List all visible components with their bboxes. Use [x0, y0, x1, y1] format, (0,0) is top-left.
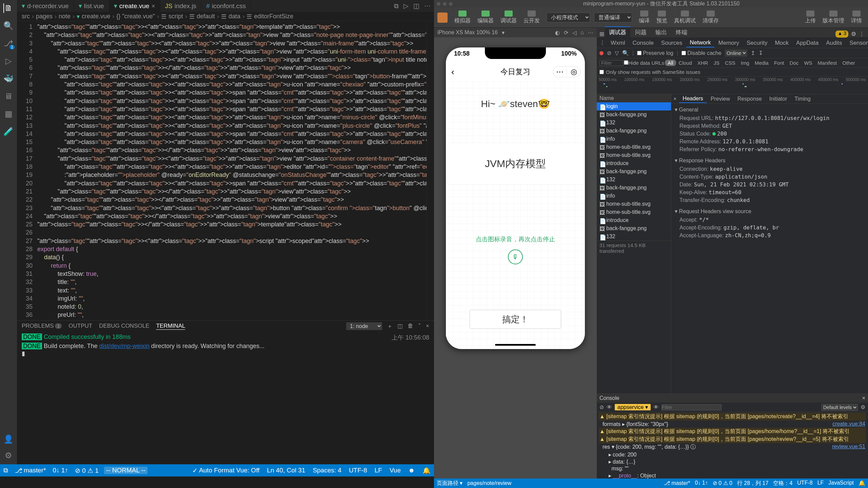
- code-editor[interactable]: 1234567891011121314151617181920212223242…: [17, 21, 434, 320]
- mic-icon[interactable]: 🎙: [508, 249, 523, 264]
- bell-icon[interactable]: 🔔: [421, 467, 432, 474]
- request-row[interactable]: 📄132: [597, 232, 671, 241]
- dt-tab-memory[interactable]: Memory: [715, 39, 743, 47]
- filter-input[interactable]: [599, 60, 623, 66]
- sim-home-icon[interactable]: ⌂: [580, 29, 584, 36]
- type-media[interactable]: Media: [752, 60, 771, 66]
- dt-tab-output[interactable]: 输出: [651, 27, 671, 38]
- record-icon[interactable]: [599, 51, 604, 55]
- tab-index-js[interactable]: JSindex.js: [160, 0, 202, 12]
- wx-encoding[interactable]: UTF-8: [797, 480, 812, 487]
- console-filter[interactable]: [662, 404, 722, 410]
- throttle-select[interactable]: Online: [725, 49, 747, 57]
- trash-icon[interactable]: 🗑: [408, 323, 413, 329]
- tab-list[interactable]: ▾list.vue: [74, 0, 109, 12]
- extensions-icon[interactable]: ▦: [4, 109, 13, 119]
- dt-tab-security[interactable]: Security: [743, 39, 771, 47]
- sim-more-icon[interactable]: ⋯: [588, 29, 593, 36]
- close-icon[interactable]: ×: [151, 2, 155, 10]
- console-body[interactable]: ▲ [sitemap 索引情况提示] 根据 sitemap 的规则[0]，当前页…: [597, 412, 868, 479]
- request-row[interactable]: 🖼back-fangge.png: [597, 167, 671, 176]
- type-xhr[interactable]: XHR: [695, 60, 711, 66]
- type-css[interactable]: CSS: [722, 60, 738, 66]
- compile-select[interactable]: 普通编译: [594, 13, 632, 22]
- type-font[interactable]: Font: [771, 60, 787, 66]
- request-row[interactable]: 🖼home-sub-title.svg: [597, 200, 671, 208]
- request-detail[interactable]: ×HeadersPreviewResponseInitiatorTiming ▾…: [671, 94, 868, 393]
- remote-icon[interactable]: 🖥: [4, 92, 13, 101]
- detail-tab-initiator[interactable]: Initiator: [766, 95, 790, 103]
- compare-icon[interactable]: ⧉: [394, 2, 399, 10]
- panel-tab-problems[interactable]: PROBLEMS1: [22, 323, 62, 329]
- mode-select[interactable]: 小程序模式: [547, 13, 590, 22]
- request-row[interactable]: 🖼back-fangge.png: [597, 224, 671, 232]
- dt-tab-audits[interactable]: Audits: [823, 39, 845, 47]
- request-row[interactable]: 📄info: [597, 135, 671, 143]
- console-context[interactable]: appservice ▾: [615, 404, 651, 410]
- detail-tab-timing[interactable]: Timing: [791, 95, 814, 103]
- git-sync[interactable]: 0↓ 1↑: [51, 467, 69, 474]
- request-row[interactable]: 📄132: [597, 176, 671, 184]
- request-list[interactable]: Name 📄login🖼back-fangge.png📄132🖼back-fan…: [597, 94, 671, 393]
- problems-status[interactable]: ⊘ 0 ⚠ 1: [74, 467, 100, 474]
- run-icon[interactable]: ▷: [403, 2, 409, 10]
- dt-tab-sources[interactable]: Sources: [658, 39, 686, 47]
- type-ws[interactable]: WS: [801, 60, 815, 66]
- tb-remote[interactable]: 真机调试: [671, 10, 698, 25]
- type-img[interactable]: Img: [738, 60, 752, 66]
- terminal-body[interactable]: DONE Compiled successfully in 188ms上午 10…: [17, 331, 434, 464]
- console-clear-icon[interactable]: ⊘: [599, 404, 604, 410]
- tb-cloud[interactable]: 云开发: [521, 10, 542, 25]
- traffic-lights[interactable]: [437, 2, 453, 6]
- dt-tab-terminal[interactable]: 终端: [672, 27, 691, 38]
- request-row[interactable]: 📄info: [597, 192, 671, 200]
- download-icon[interactable]: ↧: [758, 50, 763, 56]
- close-panel-icon[interactable]: ×: [426, 323, 429, 329]
- device-label[interactable]: iPhone XS Max 100% 16: [437, 29, 498, 36]
- feedback-icon[interactable]: ☻: [407, 467, 416, 474]
- minimap[interactable]: [427, 21, 434, 320]
- section-request-headers[interactable]: ▾ Request Headers view source: [675, 207, 865, 216]
- type-all[interactable]: All: [665, 60, 676, 66]
- done-button[interactable]: 搞定！: [470, 310, 561, 329]
- clear-icon[interactable]: ⊘: [607, 50, 611, 56]
- avatar[interactable]: [437, 13, 448, 23]
- dt-more-icon[interactable]: ⋮: [859, 30, 865, 38]
- dt-tab-network[interactable]: Network: [686, 39, 714, 47]
- breadcrumb[interactable]: src› pages› note› ▾create.vue› {} "creat…: [17, 12, 434, 21]
- request-row[interactable]: 🖼back-fangge.png: [597, 127, 671, 135]
- dt-tab-console[interactable]: Console: [629, 39, 657, 47]
- sim-back-icon[interactable]: ◁: [572, 29, 576, 36]
- cursor-pos[interactable]: Ln 40, Col 31: [265, 467, 307, 474]
- search-icon[interactable]: 🔍: [4, 21, 13, 30]
- git-branch[interactable]: ⎇ master*: [14, 467, 47, 474]
- tab-iconfont-css[interactable]: #iconfont.css: [201, 0, 251, 12]
- request-row[interactable]: 🖼back-fangge.png: [597, 110, 671, 119]
- panel-tab-terminal[interactable]: TERMINAL: [156, 323, 185, 330]
- explorer-icon[interactable]: 🗎: [3, 3, 13, 13]
- type-manifest[interactable]: Manifest: [815, 60, 840, 66]
- dt-tab-wxml[interactable]: Wxml: [607, 39, 628, 47]
- wx-cursor-pos[interactable]: 行 28，列 17: [737, 480, 768, 487]
- nav-back-icon[interactable]: ‹: [451, 67, 454, 77]
- page-path-label[interactable]: 页面路径 ▾: [437, 480, 462, 487]
- tb-clear[interactable]: 清缓存: [700, 10, 722, 25]
- debug-icon[interactable]: ▷: [4, 56, 13, 66]
- more-icon[interactable]: ⋯: [424, 2, 431, 10]
- tb-editor[interactable]: 编辑器: [475, 10, 496, 25]
- type-cloud[interactable]: Cloud: [676, 60, 695, 66]
- docker-icon[interactable]: 🐳: [4, 74, 13, 83]
- type-js[interactable]: JS: [711, 60, 722, 66]
- tab-create[interactable]: ▾create.vue×: [109, 0, 160, 12]
- tb-debugger[interactable]: 调试器: [498, 10, 519, 25]
- dt-tab-sensor[interactable]: Sensor: [846, 39, 868, 47]
- review-card[interactable]: JVM内存模型: [448, 143, 583, 184]
- tb-version[interactable]: 版本管理: [820, 10, 847, 25]
- upload-icon[interactable]: ↥: [751, 50, 755, 56]
- tb-detail[interactable]: 详情: [848, 10, 865, 25]
- request-row[interactable]: 📄132: [597, 119, 671, 127]
- console-tab[interactable]: Console: [599, 395, 619, 401]
- close-detail-icon[interactable]: ×: [671, 96, 678, 102]
- network-timeline[interactable]: 50000 ms100000 ms150000 ms200000 ms25000…: [597, 77, 868, 94]
- terminal-select[interactable]: 1: node: [346, 322, 382, 330]
